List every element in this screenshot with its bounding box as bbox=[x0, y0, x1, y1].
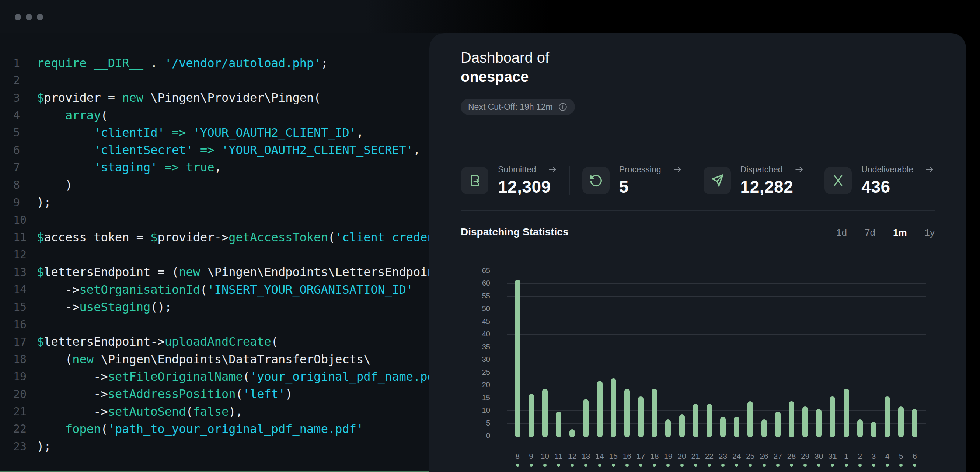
date-status-dot bbox=[694, 464, 697, 467]
date-status-dot bbox=[831, 464, 834, 467]
code-token: uploadAndCreate bbox=[165, 335, 271, 348]
code-token: $ bbox=[37, 230, 44, 244]
code-token: , bbox=[356, 126, 363, 140]
line-number: 1 bbox=[0, 56, 37, 69]
date-status-dot bbox=[886, 464, 889, 467]
gridline bbox=[507, 398, 926, 398]
gridline bbox=[507, 410, 926, 411]
line-number: 13 bbox=[0, 265, 37, 278]
code-token: $ bbox=[37, 91, 44, 105]
gridline bbox=[507, 347, 926, 348]
date-status-dot bbox=[680, 464, 684, 467]
gridline bbox=[507, 271, 926, 271]
code-token: -> bbox=[37, 370, 108, 383]
y-axis-tick: 20 bbox=[468, 381, 490, 389]
bar-27 bbox=[775, 412, 781, 437]
window-controls[interactable] bbox=[15, 14, 43, 20]
window-control-dot[interactable] bbox=[37, 14, 43, 20]
y-axis-tick: 65 bbox=[468, 266, 490, 275]
window-control-dot[interactable] bbox=[15, 14, 21, 20]
code-token: (); bbox=[150, 300, 172, 314]
code-token: 'INSERT_YOUR_ORGANISATION_ID' bbox=[207, 283, 413, 297]
bar-31 bbox=[830, 396, 835, 437]
line-number: 4 bbox=[0, 109, 37, 122]
code-token bbox=[179, 160, 186, 174]
code-token: 'left' bbox=[243, 387, 286, 401]
code-token: __DIR__ bbox=[94, 56, 143, 70]
bar-9 bbox=[528, 394, 534, 437]
code-token: 'YOUR_OAUTH2_CLIENT_SECRET' bbox=[221, 143, 413, 157]
line-number: 19 bbox=[0, 370, 37, 383]
code-token bbox=[193, 143, 200, 157]
date-status-dot bbox=[721, 464, 725, 467]
code-token: ); bbox=[37, 195, 51, 209]
line-number: 18 bbox=[0, 353, 37, 366]
date-status-dot bbox=[749, 464, 752, 467]
line-number: 17 bbox=[0, 335, 37, 348]
date-status-dot bbox=[571, 464, 574, 467]
code-token: getAccessToken bbox=[229, 230, 328, 244]
code-token: provider bbox=[158, 230, 215, 244]
line-number: 16 bbox=[0, 318, 37, 331]
code-token: array bbox=[65, 108, 100, 122]
code-token: . bbox=[143, 56, 165, 70]
code-token: lettersEndpoint bbox=[44, 265, 150, 279]
code-token bbox=[165, 126, 172, 140]
code-token: -> bbox=[37, 283, 80, 297]
y-axis-tick: 45 bbox=[468, 317, 490, 326]
bar-5 bbox=[898, 407, 904, 437]
date-status-dot bbox=[625, 464, 629, 467]
dispatching-chart: 0510152025303540455055606589101112131415… bbox=[430, 33, 966, 472]
bar-24 bbox=[734, 417, 739, 437]
gridline bbox=[507, 423, 926, 424]
code-token bbox=[87, 56, 94, 70]
code-token: ( bbox=[100, 108, 108, 122]
date-status-dot bbox=[530, 464, 533, 467]
code-token bbox=[37, 422, 65, 436]
code-token: $ bbox=[37, 335, 44, 348]
code-token: ); bbox=[37, 439, 51, 453]
bar-1 bbox=[844, 389, 849, 437]
gridline bbox=[507, 283, 926, 284]
date-status-dot bbox=[762, 464, 766, 467]
code-token bbox=[37, 143, 94, 157]
code-token: 'clientSecret' bbox=[94, 143, 193, 157]
line-number: 15 bbox=[0, 300, 37, 313]
code-token: new bbox=[72, 352, 94, 366]
bar-11 bbox=[556, 412, 561, 437]
code-token bbox=[215, 143, 221, 157]
code-token: ), bbox=[229, 405, 243, 419]
line-number: 6 bbox=[0, 144, 37, 157]
screenshot-root: { "code": { "lines": [ { "n": "1", "segs… bbox=[0, 0, 980, 472]
gridline bbox=[507, 372, 926, 373]
window-control-dot[interactable] bbox=[26, 14, 32, 20]
code-token: -> bbox=[215, 230, 229, 244]
code-token: new bbox=[179, 265, 200, 279]
code-token: ( bbox=[271, 335, 278, 348]
bar-21 bbox=[693, 404, 698, 437]
code-token: lettersEndpoint bbox=[44, 335, 150, 348]
code-token: setFileOriginalName bbox=[108, 370, 243, 383]
code-token: 'path_to_your_original_pdf_name.pdf' bbox=[108, 422, 364, 436]
date-status-dot bbox=[776, 464, 780, 467]
code-token: \Pingen\Endpoints\LettersEndpoint( bbox=[200, 265, 449, 279]
code-token: \Pingen\Provider\Pingen( bbox=[143, 91, 321, 105]
date-status-dot bbox=[858, 464, 862, 467]
code-token: $ bbox=[150, 230, 158, 244]
code-token bbox=[37, 160, 94, 174]
code-token: -> bbox=[37, 300, 80, 314]
y-axis-tick: 40 bbox=[468, 330, 490, 338]
y-axis-tick: 5 bbox=[468, 419, 490, 428]
bar-10 bbox=[542, 389, 548, 437]
gridline bbox=[507, 334, 926, 335]
date-status-dot bbox=[708, 464, 711, 467]
bar-19 bbox=[665, 419, 671, 437]
window-titlebar bbox=[0, 0, 704, 33]
line-number: 7 bbox=[0, 161, 37, 174]
code-token: setAddressPosition bbox=[108, 387, 236, 401]
bar-23 bbox=[720, 417, 726, 437]
code-token: ( bbox=[200, 283, 207, 297]
bar-2 bbox=[857, 419, 863, 437]
code-token: ( bbox=[186, 405, 193, 419]
x-axis-tick: 6 bbox=[905, 452, 924, 461]
